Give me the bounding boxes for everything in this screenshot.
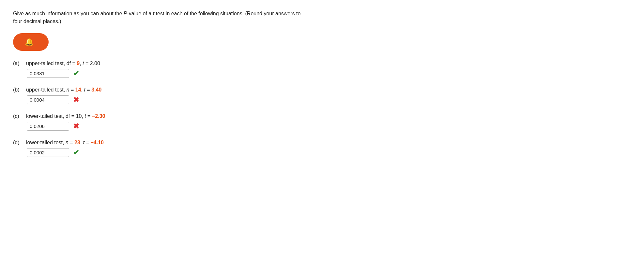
question-text-b: upper-tailed test, n = 14, t = 3.40	[26, 87, 101, 93]
question-label-a: (a)	[13, 61, 23, 66]
question-block-d: (d)lower-tailed test, n = 23, t = −4.10✔	[13, 140, 631, 157]
answer-input-b[interactable]	[27, 95, 69, 104]
question-row-a: (a)upper-tailed test, df = 9, t = 2.00	[13, 61, 631, 66]
question-block-c: (c)lower-tailed test, df = 10, t = −2.30…	[13, 113, 631, 131]
answer-input-c[interactable]	[27, 122, 69, 131]
question-row-c: (c)lower-tailed test, df = 10, t = −2.30	[13, 113, 631, 119]
answer-row-d: ✔	[27, 148, 631, 157]
question-label-b: (b)	[13, 87, 23, 93]
questions-container: (a)upper-tailed test, df = 9, t = 2.00✔(…	[13, 61, 631, 157]
answer-input-d[interactable]	[27, 148, 69, 157]
question-text-c: lower-tailed test, df = 10, t = −2.30	[26, 113, 105, 119]
answer-row-a: ✔	[27, 69, 631, 78]
status-icon-b: ✖	[73, 96, 79, 104]
question-label-d: (d)	[13, 140, 23, 146]
status-icon-a: ✔	[73, 69, 79, 78]
instruction-text: Give as much information as you can abou…	[13, 10, 307, 25]
question-row-d: (d)lower-tailed test, n = 23, t = −4.10	[13, 140, 631, 146]
status-icon-c: ✖	[73, 122, 79, 131]
answer-row-c: ✖	[27, 122, 631, 131]
question-block-a: (a)upper-tailed test, df = 9, t = 2.00✔	[13, 61, 631, 78]
use-salt-button[interactable]: 🔔	[13, 33, 49, 51]
answer-input-a[interactable]	[27, 69, 69, 78]
question-block-b: (b)upper-tailed test, n = 14, t = 3.40✖	[13, 87, 631, 104]
question-text-a: upper-tailed test, df = 9, t = 2.00	[26, 61, 100, 66]
answer-row-b: ✖	[27, 95, 631, 104]
question-text-d: lower-tailed test, n = 23, t = −4.10	[26, 140, 104, 146]
salt-icon: 🔔	[25, 38, 34, 46]
question-label-c: (c)	[13, 113, 23, 119]
status-icon-d: ✔	[73, 148, 79, 157]
question-row-b: (b)upper-tailed test, n = 14, t = 3.40	[13, 87, 631, 93]
